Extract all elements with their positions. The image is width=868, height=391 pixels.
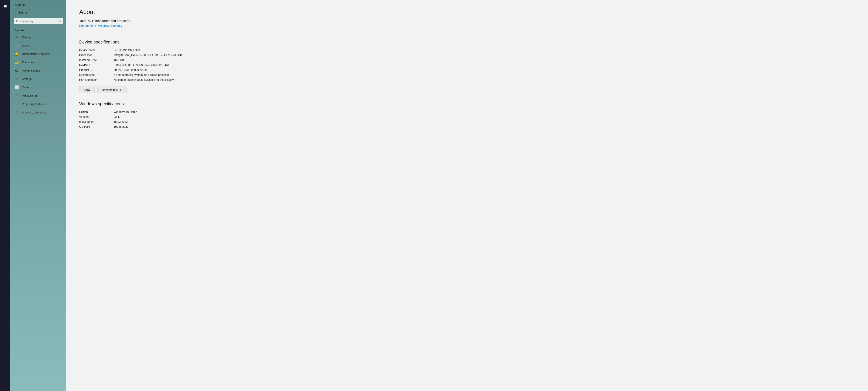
win-spec-value-3: 19045.3930 — [114, 125, 855, 128]
win-spec-label-1: Version — [79, 115, 114, 118]
storage-icon: ▭ — [14, 77, 19, 81]
win-spec-label-2: Installed on — [79, 120, 114, 123]
spec-value-2: 16,0 GB — [114, 58, 855, 62]
windows-spec-table: Edition Windows 10 Home Version 22H2 Ins… — [79, 110, 855, 128]
spec-value-3: E19C94D2-8F2F-4DD0-8675-84A589AB4CF0 — [114, 63, 855, 66]
projecting-icon: ⊡ — [14, 102, 19, 106]
focus-icon: 🌙 — [14, 60, 19, 64]
win-spec-value-2: 15.02.2023 — [114, 120, 855, 123]
sidebar-item-display[interactable]: 🖥 Display — [10, 33, 66, 41]
home-icon: ⌂ — [14, 11, 17, 14]
sidebar: Settings ⌂ Home 🔍 System 🖥 Display 🔊 Sou… — [10, 0, 66, 391]
settings-title: Settings — [10, 0, 66, 9]
spec-value-1: Intel(R) Core(TM) i7-8700K CPU @ 3.70GHz… — [114, 53, 855, 57]
search-box[interactable]: 🔍 — [14, 18, 63, 24]
security-banner: Your PC is monitored and protected. — [79, 19, 855, 23]
spec-label-4: Product ID — [79, 68, 114, 71]
win-spec-label-0: Edition — [79, 110, 114, 114]
security-link[interactable]: See details in Windows Security — [79, 24, 122, 28]
icon-bar: ☰ — [0, 0, 10, 391]
display-icon: 🖥 — [14, 35, 19, 39]
spec-value-4: 00326-10000-00000-AA899 — [114, 68, 855, 71]
system-section-label: System — [10, 26, 66, 33]
sidebar-item-label: Power & sleep — [22, 69, 40, 72]
win-spec-value-0: Windows 10 Home — [114, 110, 855, 114]
notifications-icon: 🔔 — [14, 52, 19, 56]
page-title: About — [79, 9, 855, 16]
sidebar-item-storage[interactable]: ▭ Storage — [10, 75, 66, 83]
sidebar-item-notifications[interactable]: 🔔 Notifications & actions — [10, 50, 66, 58]
main-content: About Your PC is monitored and protected… — [66, 0, 868, 391]
search-input[interactable] — [14, 18, 63, 24]
win-spec-label-3: OS build — [79, 125, 114, 128]
spec-label-1: Processor — [79, 53, 114, 57]
spec-value-5: 64-bit operating system, x64-based proce… — [114, 73, 855, 77]
spec-value-0: DESKTOP-GMT7T66 — [114, 49, 855, 52]
spec-label-5: System type — [79, 73, 114, 77]
sidebar-item-label: Display — [22, 36, 31, 39]
sidebar-item-label: Projecting to this PC — [22, 102, 48, 106]
sidebar-item-focus[interactable]: 🌙 Focus assist — [10, 58, 66, 66]
spec-label-3: Device ID — [79, 63, 114, 66]
sidebar-item-label: Notifications & actions — [22, 52, 50, 56]
sidebar-item-label: Shared experiences — [22, 111, 47, 114]
shared-icon: ✕ — [14, 111, 19, 115]
sidebar-item-projecting[interactable]: ⊡ Projecting to this PC — [10, 100, 66, 108]
spec-value-6: No pen or touch input is available for t… — [114, 78, 855, 81]
windows-specs-heading: Windows specifications — [79, 101, 855, 107]
home-label: Home — [19, 11, 27, 14]
multitasking-icon: ⊞ — [14, 94, 19, 98]
device-specs-heading: Device specifications — [79, 40, 855, 44]
win-spec-value-1: 22H2 — [114, 115, 855, 118]
copy-button[interactable]: Copy — [79, 87, 95, 93]
rename-button[interactable]: Rename this PC — [97, 87, 127, 93]
sidebar-item-label: Focus assist — [22, 61, 37, 64]
spec-label-2: Installed RAM — [79, 58, 114, 62]
sidebar-item-label: Multitasking — [22, 94, 37, 97]
tablet-icon: ⬜ — [14, 85, 19, 89]
spec-label-6: Pen and touch — [79, 78, 114, 81]
hamburger-icon[interactable]: ☰ — [2, 3, 9, 11]
sidebar-item-label: Tablet — [22, 86, 30, 89]
search-icon: 🔍 — [58, 20, 62, 23]
sidebar-item-multitasking[interactable]: ⊞ Multitasking — [10, 91, 66, 100]
sidebar-item-shared[interactable]: ✕ Shared experiences — [10, 108, 66, 117]
power-icon: ⏻ — [14, 69, 19, 72]
sidebar-item-sound[interactable]: 🔊 Sound — [10, 41, 66, 50]
sidebar-item-home[interactable]: ⌂ Home — [10, 9, 66, 17]
sidebar-item-tablet[interactable]: ⬜ Tablet — [10, 83, 66, 91]
sidebar-item-label: Sound — [22, 44, 30, 47]
spec-label-0: Device name — [79, 49, 114, 52]
device-spec-table: Device name DESKTOP-GMT7T66 Processor In… — [79, 49, 855, 81]
sound-icon: 🔊 — [14, 43, 19, 48]
sidebar-item-label: Storage — [22, 77, 32, 81]
device-spec-buttons: Copy Rename this PC — [79, 87, 855, 95]
sidebar-item-power[interactable]: ⏻ Power & sleep — [10, 66, 66, 75]
